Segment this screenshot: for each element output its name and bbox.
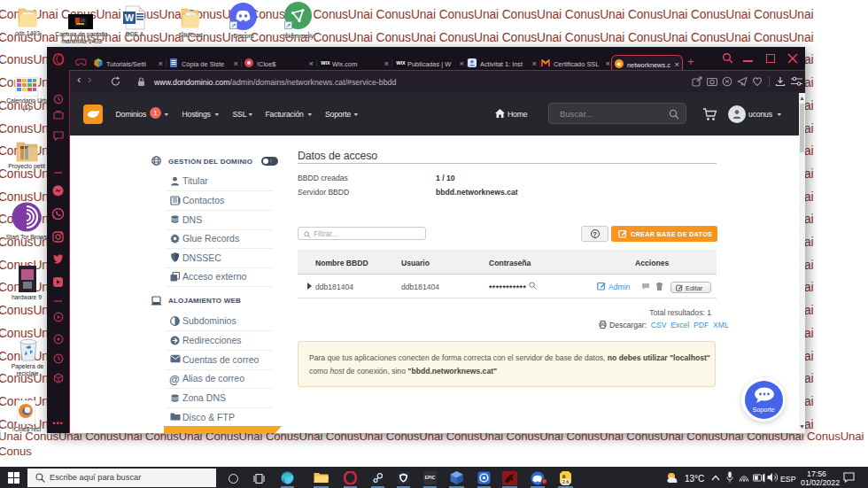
- svg-text:2.6: 2.6: [562, 478, 569, 484]
- svg-text:WIX: WIX: [396, 60, 406, 66]
- svg-text:W: W: [125, 12, 135, 23]
- svg-text:WIX: WIX: [321, 60, 330, 66]
